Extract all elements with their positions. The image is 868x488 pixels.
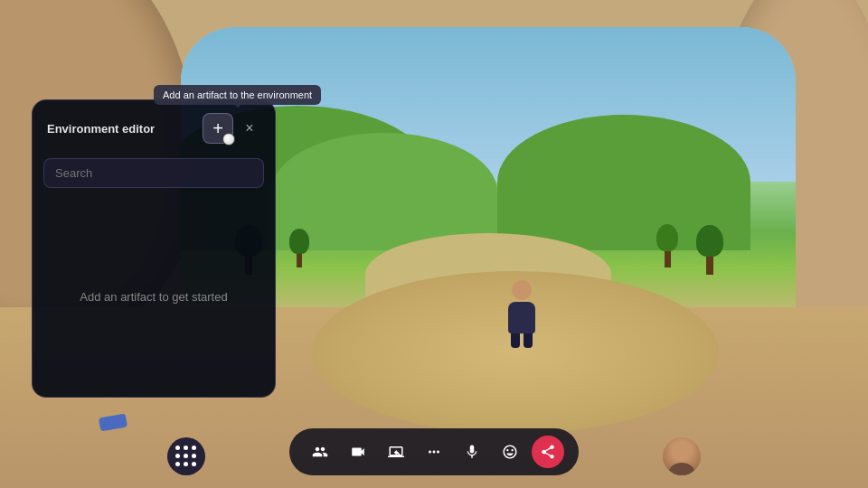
more-icon	[426, 444, 442, 460]
emoji-icon	[502, 444, 518, 460]
search-container	[33, 153, 275, 197]
microphone-icon	[464, 444, 480, 460]
apps-menu-button[interactable]	[167, 437, 205, 475]
tree-2	[289, 229, 309, 267]
user-avatar-button[interactable]	[663, 437, 701, 475]
camera-icon	[350, 444, 366, 460]
environment-editor-panel: Environment editor × Add an artifact to …	[32, 99, 276, 398]
share-button[interactable]	[532, 436, 564, 468]
tree-4	[656, 224, 678, 267]
more-button[interactable]	[418, 436, 450, 468]
people-icon	[312, 444, 328, 460]
panel-title: Environment editor	[47, 122, 155, 136]
apps-grid-icon	[175, 446, 197, 467]
search-input[interactable]	[43, 158, 264, 188]
tooltip: Add an artifact to the environment	[154, 85, 321, 105]
screen-share-button[interactable]	[380, 436, 412, 468]
svg-point-0	[674, 442, 690, 458]
tree-3	[696, 225, 723, 275]
empty-state: Add an artifact to get started	[33, 197, 275, 396]
add-artifact-button[interactable]	[203, 113, 233, 144]
panel-header-buttons: ×	[203, 113, 260, 144]
scene-avatar	[504, 280, 540, 343]
screen-share-icon	[388, 444, 404, 460]
people-button[interactable]	[304, 436, 336, 468]
avatar-icon	[663, 437, 701, 475]
avatar-preview	[663, 437, 701, 475]
microphone-button[interactable]	[456, 436, 488, 468]
camera-button[interactable]	[342, 436, 374, 468]
toolbar	[289, 428, 579, 475]
share-icon	[540, 444, 556, 460]
close-button[interactable]: ×	[239, 117, 260, 139]
emoji-button[interactable]	[494, 436, 526, 468]
